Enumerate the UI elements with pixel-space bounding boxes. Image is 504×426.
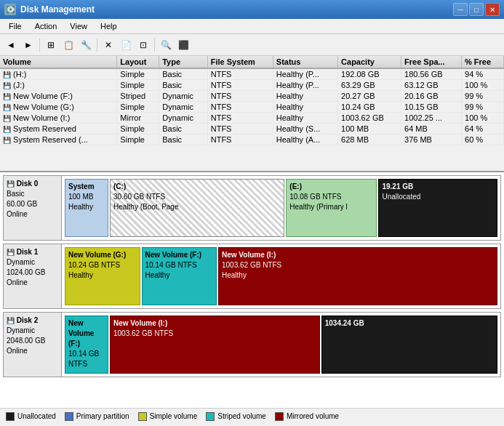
part-label-2-0: New Volume (F:) [68, 318, 105, 349]
menu-help[interactable]: Help [95, 20, 123, 32]
table-row[interactable]: 💾 System Reserved (... Simple Basic NTFS… [0, 134, 504, 145]
cell-layout: Mirror [117, 113, 159, 124]
disk-type-1: Dynamic [7, 257, 58, 268]
cell-layout: Simple [117, 134, 159, 145]
partition-0-0[interactable]: System 100 MB Healthy [65, 179, 108, 237]
help-button[interactable]: ⬛ [175, 37, 191, 53]
disk-visual-area[interactable]: 💾 Disk 0 Basic 60.00 GB Online System 10… [0, 172, 504, 408]
volume-table-area[interactable]: Volume Layout Type File System Status Ca… [0, 56, 504, 172]
col-status[interactable]: Status [273, 56, 337, 68]
toolbar-btn-4[interactable]: 📋 [60, 37, 76, 53]
cell-free: 10.15 GB [401, 102, 462, 113]
disk-size-0: 60.00 GB [7, 199, 58, 209]
cell-type: Basic [159, 68, 208, 80]
menu-view[interactable]: View [64, 20, 93, 32]
title-bar-left: 💽 Disk Management [4, 4, 95, 15]
menu-action[interactable]: Action [29, 20, 63, 32]
close-button[interactable]: ✕ [485, 3, 500, 16]
cell-pct: 94 % [462, 68, 504, 80]
part-detail-0-0: Healthy [68, 202, 105, 212]
col-type[interactable]: Type [159, 56, 208, 68]
minimize-button[interactable]: ─ [453, 3, 468, 16]
cell-fs: NTFS [207, 80, 273, 91]
cell-fs: NTFS [207, 91, 273, 102]
partition-2-0[interactable]: New Volume (F:) 10.14 GB NTFS [65, 316, 108, 374]
table-header-row: Volume Layout Type File System Status Ca… [0, 56, 504, 68]
disk-row-1: 💾 Disk 1 Dynamic 1024.00 GB Online New V… [3, 244, 501, 309]
col-filesystem[interactable]: File System [207, 56, 273, 68]
main-content: Volume Layout Type File System Status Ca… [0, 56, 504, 408]
cell-free: 180.56 GB [401, 68, 462, 80]
maximize-button[interactable]: □ [469, 3, 484, 16]
table-row[interactable]: 💾 (H:) Simple Basic NTFS Healthy (P... 1… [0, 68, 504, 80]
properties-button[interactable]: 📄 [118, 37, 134, 53]
col-capacity[interactable]: Capacity [338, 56, 401, 68]
toolbar-btn-5[interactable]: 🔧 [78, 37, 94, 53]
disk-size-2: 2048.00 GB [7, 336, 58, 346]
cell-fs: NTFS [207, 134, 273, 145]
disk-status-1: Online [7, 278, 58, 288]
col-free[interactable]: Free Spa... [401, 56, 462, 68]
part-label-0-1: (C:) [113, 182, 281, 192]
part-detail-1-0: Healthy [68, 270, 137, 281]
cell-capacity: 20.27 GB [338, 91, 401, 102]
toolbar-btn-8[interactable]: ⊡ [135, 37, 151, 53]
cell-layout: Simple [117, 102, 159, 113]
part-label-1-0: New Volume (G:) [68, 250, 137, 260]
partition-1-1[interactable]: New Volume (F:) 10.14 GB NTFS Healthy [142, 247, 217, 305]
table-row[interactable]: 💾 System Reserved Simple Basic NTFS Heal… [0, 124, 504, 134]
legend-primary: Primary partition [65, 412, 129, 421]
cell-status: Healthy (A... [273, 134, 337, 145]
cell-type: Basic [159, 134, 208, 145]
toolbar-sep-3 [154, 39, 155, 52]
table-row[interactable]: 💾 New Volume (G:) Simple Dynamic NTFS He… [0, 102, 504, 113]
legend-primary-box [65, 412, 73, 421]
partition-0-3[interactable]: 19.21 GB Unallocated [378, 179, 497, 237]
table-row[interactable]: 💾 New Volume (F:) Striped Dynamic NTFS H… [0, 91, 504, 102]
part-detail-1-2: Healthy [222, 270, 494, 281]
disk-type-0: Basic [7, 189, 58, 199]
part-size-1-1: 10.14 GB NTFS [145, 260, 214, 270]
col-volume[interactable]: Volume [0, 56, 117, 68]
partition-0-2[interactable]: (E:) 10.08 GB NTFS Healthy (Primary l [286, 179, 377, 237]
partition-1-0[interactable]: New Volume (G:) 10.24 GB NTFS Healthy [65, 247, 140, 305]
partition-0-1[interactable]: (C:) 30.60 GB NTFS Healthy (Boot, Page [110, 179, 284, 237]
part-size-0-0: 100 MB [68, 192, 105, 202]
delete-button[interactable]: ✕ [100, 37, 116, 53]
cell-layout: Simple [117, 80, 159, 91]
part-label-1-1: New Volume (F:) [145, 250, 214, 260]
legend-simple: Simple volume [138, 412, 198, 421]
legend-striped-label: Striped volume [217, 412, 266, 420]
cell-status: Healthy (P... [273, 80, 337, 91]
legend-mirror-label: Mirrored volume [287, 412, 339, 420]
menu-file[interactable]: File [3, 20, 28, 32]
partition-2-2[interactable]: 1034.24 GB [321, 316, 497, 374]
search-button[interactable]: 🔍 [158, 37, 174, 53]
cell-fs: NTFS [207, 102, 273, 113]
col-layout[interactable]: Layout [117, 56, 159, 68]
cell-volume: 💾 (H:) [0, 68, 117, 80]
cell-layout: Simple [117, 124, 159, 134]
toolbar: ◄ ► ⊞ 📋 🔧 ✕ 📄 ⊡ 🔍 ⬛ [0, 34, 504, 56]
cell-fs: NTFS [207, 113, 273, 124]
cell-capacity: 100 MB [338, 124, 401, 134]
table-row[interactable]: 💾 (J:) Simple Basic NTFS Healthy (P... 6… [0, 80, 504, 91]
cell-pct: 60 % [462, 134, 504, 145]
back-button[interactable]: ◄ [3, 37, 19, 53]
partition-2-1[interactable]: New Volume (I:) 1003.62 GB NTFS [110, 316, 320, 374]
forward-button[interactable]: ► [20, 37, 36, 53]
cell-volume: 💾 (J:) [0, 80, 117, 91]
toolbar-btn-3[interactable]: ⊞ [43, 37, 59, 53]
toolbar-sep-2 [97, 39, 97, 52]
part-detail-0-2: Healthy (Primary l [289, 202, 373, 212]
cell-status: Healthy (P... [273, 68, 337, 80]
part-size-2-1: 1003.62 GB NTFS [113, 329, 316, 339]
part-label-0-0: System [68, 182, 105, 192]
cell-pct: 99 % [462, 102, 504, 113]
cell-status: Healthy [273, 102, 337, 113]
cell-type: Basic [159, 80, 208, 91]
partition-1-2[interactable]: New Volume (I:) 1003.62 GB NTFS Healthy [218, 247, 497, 305]
table-row[interactable]: 💾 New Volume (I:) Mirror Dynamic NTFS He… [0, 113, 504, 124]
col-pct[interactable]: % Free [462, 56, 504, 68]
cell-volume: 💾 System Reserved [0, 124, 117, 134]
